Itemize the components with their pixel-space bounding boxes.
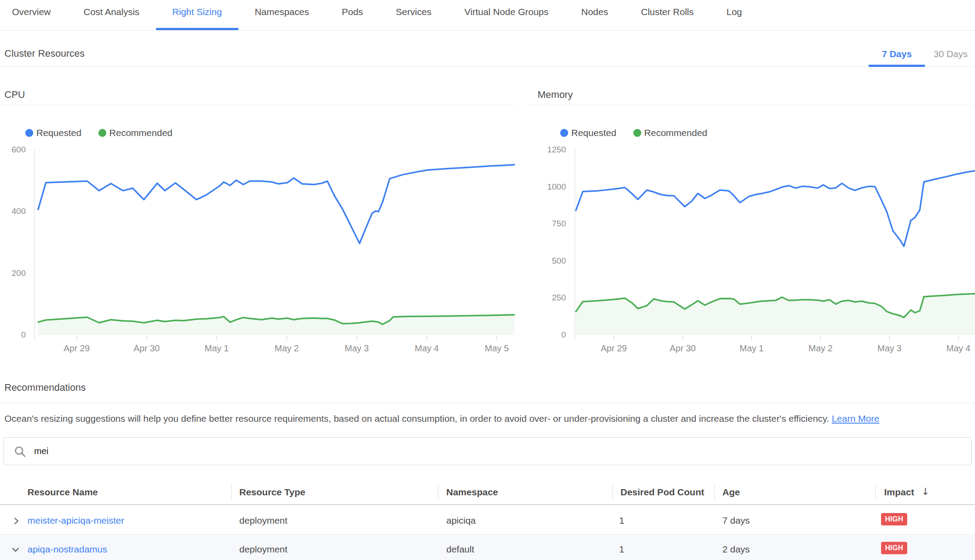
- tab-pods[interactable]: Pods: [325, 0, 379, 30]
- svg-text:Apr 29: Apr 29: [601, 343, 627, 353]
- sort-desc-icon[interactable]: ↓: [921, 486, 929, 497]
- cpu-chart-title: CPU: [4, 89, 25, 101]
- search-input[interactable]: mei: [4, 437, 971, 465]
- svg-text:May 3: May 3: [345, 343, 369, 353]
- svg-text:0: 0: [21, 330, 26, 339]
- memory-line-chart: 025050075010001250Apr 29Apr 30May 1May 2…: [527, 133, 975, 359]
- svg-text:May 1: May 1: [205, 343, 229, 353]
- range-tab-7-days[interactable]: 7 Days: [869, 49, 925, 59]
- recommendations-description-text: Ocean's resizing suggestions will help y…: [4, 413, 829, 424]
- resource-type-cell: deployment: [239, 515, 288, 526]
- col-header-age[interactable]: Age: [722, 487, 740, 498]
- cpu-line-chart: 0200400600Apr 29Apr 30May 1May 2May 3May…: [0, 133, 523, 359]
- svg-text:750: 750: [552, 219, 566, 228]
- pod-count-cell: 1: [619, 544, 624, 555]
- namespace-cell: default: [446, 544, 474, 555]
- tab-cost-analysis[interactable]: Cost Analysis: [67, 0, 156, 30]
- age-cell: 2 days: [722, 544, 750, 555]
- namespace-cell: apiciqa: [446, 515, 476, 526]
- tab-cluster-rolls[interactable]: Cluster Rolls: [624, 0, 710, 30]
- table-header-divider: [0, 504, 975, 505]
- svg-text:May 5: May 5: [485, 343, 509, 353]
- impact-badge: HIGH: [881, 513, 907, 525]
- recommendations-description: Ocean's resizing suggestions will help y…: [4, 413, 879, 424]
- tab-namespaces[interactable]: Namespaces: [238, 0, 326, 30]
- svg-text:Apr 30: Apr 30: [134, 343, 160, 353]
- resource-type-cell: deployment: [239, 544, 288, 555]
- svg-text:May 2: May 2: [808, 343, 832, 353]
- age-cell: 7 days: [722, 515, 750, 526]
- memory-chart-title: Memory: [538, 89, 573, 101]
- search-value: mei: [34, 446, 48, 456]
- svg-text:1250: 1250: [547, 145, 566, 154]
- svg-text:1000: 1000: [547, 182, 566, 191]
- tab-bar: OverviewCost AnalysisRight SizingNamespa…: [0, 0, 975, 31]
- col-header-desired-pod-count[interactable]: Desired Pod Count: [620, 487, 704, 498]
- svg-text:May 4: May 4: [946, 343, 970, 353]
- impact-badge: HIGH: [881, 542, 907, 554]
- range-tab-30-days[interactable]: 30 Days: [928, 49, 973, 59]
- tab-bar-inner: OverviewCost AnalysisRight SizingNamespa…: [0, 0, 975, 30]
- section-divider: [0, 66, 975, 67]
- resource-name-link[interactable]: apiqa-nostradamus: [27, 544, 107, 555]
- svg-text:Apr 30: Apr 30: [670, 343, 696, 353]
- col-separator: [714, 484, 715, 500]
- tab-overview[interactable]: Overview: [0, 0, 67, 30]
- tab-nodes[interactable]: Nodes: [565, 0, 625, 30]
- chevron-down-icon[interactable]: [12, 546, 20, 554]
- svg-text:May 3: May 3: [878, 343, 901, 353]
- resource-name-link[interactable]: meister-apiciqa-meister: [27, 515, 124, 526]
- col-separator: [612, 484, 613, 500]
- range-tab-active-underline: [869, 65, 925, 67]
- svg-text:May 1: May 1: [740, 343, 764, 353]
- memory-title-divider: [528, 105, 975, 105]
- svg-text:Apr 29: Apr 29: [64, 343, 90, 353]
- svg-text:250: 250: [552, 293, 566, 302]
- col-header-resource-type[interactable]: Resource Type: [239, 487, 305, 498]
- svg-text:May 4: May 4: [415, 343, 439, 353]
- col-header-impact[interactable]: Impact: [884, 487, 914, 498]
- learn-more-link[interactable]: Learn More: [832, 413, 879, 424]
- tab-virtual-node-groups[interactable]: Virtual Node Groups: [448, 0, 565, 30]
- table-row[interactable]: meister-apiciqa-meister deployment apici…: [0, 506, 975, 535]
- col-separator: [875, 484, 876, 500]
- tab-log[interactable]: Log: [710, 0, 758, 30]
- table-row[interactable]: apiqa-nostradamus deployment default 1 2…: [0, 535, 975, 560]
- cluster-resources-title: Cluster Resources: [4, 48, 85, 59]
- col-header-resource-name[interactable]: Resource Name: [27, 487, 98, 498]
- pod-count-cell: 1: [619, 515, 624, 526]
- col-header-namespace[interactable]: Namespace: [446, 487, 498, 498]
- search-icon: [14, 445, 26, 458]
- tab-services[interactable]: Services: [379, 0, 448, 30]
- svg-text:May 2: May 2: [275, 343, 299, 353]
- recommendations-divider: [0, 403, 975, 403]
- recommendations-title: Recommendations: [4, 382, 86, 393]
- col-separator: [438, 484, 438, 500]
- tab-right-sizing[interactable]: Right Sizing: [156, 0, 238, 30]
- svg-text:400: 400: [12, 206, 26, 216]
- col-separator: [231, 484, 232, 500]
- chevron-right-icon[interactable]: [12, 517, 20, 525]
- svg-text:200: 200: [12, 268, 26, 278]
- svg-text:0: 0: [561, 330, 566, 339]
- cpu-title-divider: [0, 105, 515, 105]
- svg-text:500: 500: [552, 256, 566, 265]
- svg-text:600: 600: [12, 145, 26, 154]
